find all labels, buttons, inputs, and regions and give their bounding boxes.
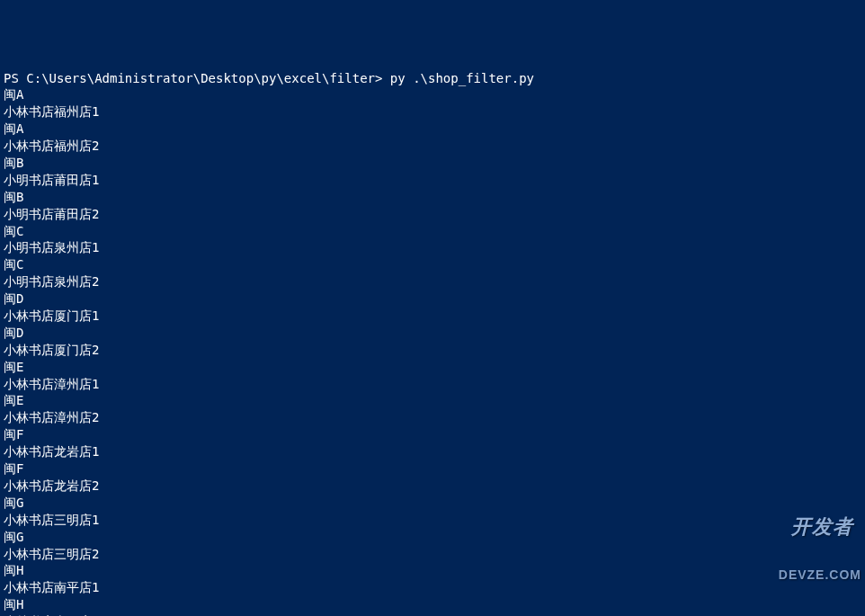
terminal-output-line: 闽D [4, 290, 861, 308]
terminal-output-line: 闽A [4, 121, 861, 138]
terminal-output-line: 闽H [4, 562, 861, 579]
terminal-output-line: 小林书店漳州店2 [4, 409, 861, 426]
watermark: 开发者 DEVZE.COM [779, 487, 861, 611]
terminal-output-line: 小林书店厦门店2 [4, 342, 861, 359]
terminal-output-line: 小林书店福州店1 [4, 103, 861, 121]
terminal-output-line: 闽E [4, 392, 861, 409]
terminal-output-line: 小林书店三明店2 [4, 546, 861, 563]
terminal-output-line: 小林书店龙岩店2 [4, 478, 861, 495]
terminal-output-line: 小明书店莆田店1 [4, 172, 861, 189]
terminal-output-line: 闽E [4, 359, 861, 376]
watermark-subtext: DEVZE.COM [779, 567, 861, 584]
terminal-output-line: 闽D [4, 325, 861, 342]
terminal-output-line: 闽F [4, 426, 861, 443]
terminal-output-line: 小明书店泉州店2 [4, 273, 861, 290]
terminal-output-line: 小明书店莆田店2 [4, 206, 861, 223]
powershell-terminal[interactable]: PS C:\Users\Administrator\Desktop\py\exc… [4, 70, 861, 616]
terminal-output-line: 闽A [4, 86, 861, 103]
terminal-output-line: 闽H [4, 596, 861, 613]
terminal-output-line: 闽C [4, 223, 861, 240]
terminal-output-line: 闽G [4, 495, 861, 512]
terminal-output-line: 小林书店漳州店1 [4, 376, 861, 393]
terminal-output-line: 小林书店南平店1 [4, 579, 861, 596]
watermark-text: 开发者 [791, 515, 853, 538]
terminal-output-line: 闽B [4, 155, 861, 172]
terminal-output-line: 闽G [4, 529, 861, 546]
terminal-output-line: 小林书店厦门店1 [4, 308, 861, 325]
terminal-output-line: 闽C [4, 256, 861, 273]
terminal-output-line: 闽B [4, 189, 861, 206]
terminal-output-line: 小林书店福州店2 [4, 138, 861, 155]
terminal-prompt-command: PS C:\Users\Administrator\Desktop\py\exc… [4, 70, 861, 87]
terminal-output-line: 闽F [4, 460, 861, 478]
terminal-output-line: 小林书店龙岩店1 [4, 443, 861, 460]
terminal-output-line: 小明书店泉州店1 [4, 239, 861, 256]
terminal-output-line: 小林书店三明店1 [4, 512, 861, 529]
